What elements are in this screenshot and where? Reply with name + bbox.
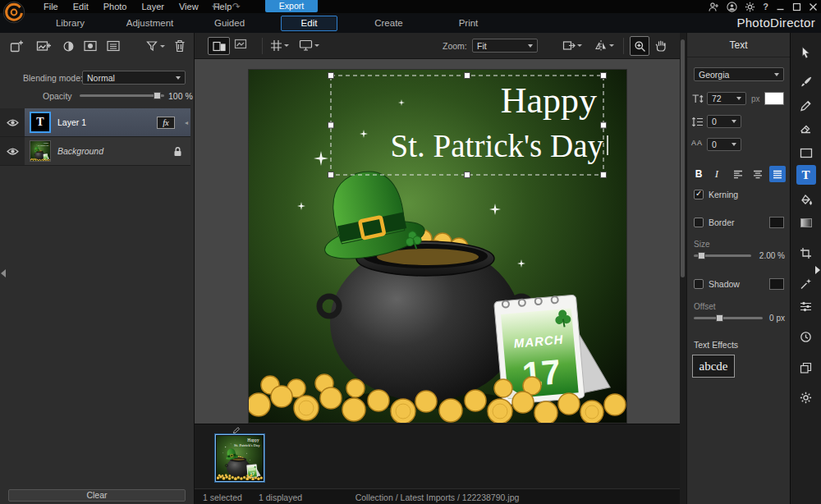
layer-menu-button[interactable] <box>107 40 120 52</box>
layer-row-background[interactable]: Background <box>0 137 190 166</box>
layer-thumbnail[interactable] <box>30 140 51 162</box>
adjustment-tool[interactable] <box>796 296 816 316</box>
eraser-tool[interactable] <box>796 118 816 138</box>
layer-visibility-toggle[interactable] <box>0 108 25 137</box>
redo-icon[interactable]: ↷ <box>232 1 241 12</box>
layer-visibility-toggle[interactable] <box>0 137 25 166</box>
align-center-button[interactable] <box>750 166 766 182</box>
clear-button[interactable]: Clear <box>8 489 186 502</box>
caret-down-icon <box>528 44 533 48</box>
flip-rotate-button[interactable] <box>594 39 614 52</box>
maximize-icon[interactable] <box>792 2 801 11</box>
gradient-tool[interactable] <box>796 213 816 232</box>
border-color-swatch[interactable] <box>769 217 784 228</box>
undo-icon[interactable]: ↶ <box>212 1 220 12</box>
tab-create[interactable]: Create <box>349 13 429 33</box>
tab-library[interactable]: Library <box>30 13 110 33</box>
app-logo[interactable] <box>2 1 25 24</box>
filmstrip-edit-icon[interactable] <box>232 426 241 434</box>
lock-icon[interactable] <box>173 146 182 157</box>
layer-thumbnail[interactable]: T <box>30 112 51 133</box>
layer-name[interactable]: Layer 1 <box>57 117 86 127</box>
shape-tool[interactable] <box>796 143 816 163</box>
text-color-swatch[interactable] <box>764 92 784 105</box>
browser-view-button[interactable] <box>208 37 230 55</box>
zoom-tool-button[interactable] <box>630 36 649 56</box>
font-family-select[interactable]: Georgia <box>694 67 784 81</box>
canvas-area[interactable] <box>195 59 680 424</box>
shadow-color-swatch[interactable] <box>769 278 784 290</box>
display-mode-button[interactable] <box>299 39 319 51</box>
pencil-tool[interactable] <box>796 95 816 115</box>
fx-badge[interactable]: fx <box>157 117 175 129</box>
menu-layer[interactable]: Layer <box>134 0 172 13</box>
right-panel-scrollbar[interactable] <box>680 33 686 504</box>
italic-button[interactable]: I <box>709 166 725 182</box>
border-size-slider-thumb[interactable] <box>698 252 705 259</box>
filter-layers-button[interactable] <box>146 40 165 52</box>
text-tool[interactable]: T <box>796 165 816 185</box>
import-image-layer-button[interactable] <box>36 40 51 53</box>
tab-print[interactable]: Print <box>429 13 508 33</box>
layer-row-text[interactable]: T Layer 1 fx ◂ <box>0 108 190 137</box>
blending-mode-select[interactable]: Normal <box>82 71 186 85</box>
border-size-slider[interactable] <box>694 250 751 261</box>
delete-layer-button[interactable] <box>174 39 186 53</box>
fill-bucket-tool[interactable] <box>796 190 816 209</box>
line-spacing-select[interactable]: 0 <box>707 115 741 128</box>
add-account-icon[interactable] <box>709 2 719 12</box>
effects-wand-tool[interactable] <box>796 273 816 293</box>
opacity-slider[interactable] <box>80 89 164 101</box>
layer-name[interactable]: Background <box>57 146 103 156</box>
char-spacing-select[interactable]: 0 <box>707 138 741 151</box>
pan-hand-button[interactable] <box>654 39 667 52</box>
tab-adjustment[interactable]: Adjustment <box>110 13 190 33</box>
menu-view[interactable]: View <box>172 0 206 13</box>
align-left-button[interactable] <box>730 166 746 182</box>
adjustment-layer-button[interactable] <box>62 40 75 53</box>
align-right-button[interactable] <box>769 166 786 182</box>
duplicate-tool[interactable] <box>796 358 816 378</box>
close-icon[interactable] <box>809 2 818 11</box>
scrollbar-thumb[interactable] <box>681 39 685 277</box>
crop-tool[interactable] <box>796 243 816 263</box>
menu-edit[interactable]: Edit <box>66 0 96 13</box>
status-bar: 1 selected 1 displayed Collection / Late… <box>195 488 680 504</box>
new-layer-button[interactable] <box>10 39 24 53</box>
kerning-checkbox[interactable] <box>694 190 704 199</box>
select-tool[interactable] <box>796 43 816 62</box>
brush-tool[interactable] <box>796 72 816 92</box>
expand-right-panel-handle[interactable] <box>815 266 820 274</box>
menu-file[interactable]: File <box>36 0 66 13</box>
export-view-button[interactable] <box>562 39 582 52</box>
window-controls: ? <box>709 0 818 13</box>
artboard-image[interactable] <box>249 70 626 423</box>
export-button[interactable]: Export <box>265 0 318 12</box>
filmstrip-thumbnail[interactable] <box>215 434 264 482</box>
tab-guided[interactable]: Guided <box>190 13 269 33</box>
offset-slider-thumb[interactable] <box>716 314 723 322</box>
history-tool[interactable] <box>796 327 816 346</box>
tab-edit[interactable]: Edit <box>269 13 349 33</box>
border-checkbox[interactable] <box>694 218 704 227</box>
zoom-select[interactable]: Fit <box>472 39 538 53</box>
bold-button[interactable]: B <box>690 166 707 182</box>
help-icon[interactable]: ? <box>763 2 768 11</box>
layer-expand-icon[interactable]: ◂ <box>185 119 188 126</box>
offset-slider[interactable] <box>694 312 763 323</box>
tool-settings-gear[interactable] <box>796 387 816 407</box>
grid-overlay-button[interactable] <box>270 39 289 52</box>
opacity-label: Opacity <box>43 91 72 101</box>
text-effect-preview[interactable]: abcde <box>692 355 735 378</box>
collapse-left-panel-handle[interactable] <box>1 269 6 277</box>
opacity-slider-thumb[interactable] <box>154 92 161 99</box>
menu-photo[interactable]: Photo <box>96 0 135 13</box>
font-size-select[interactable]: 72 <box>707 92 746 105</box>
account-icon[interactable] <box>727 2 737 12</box>
offset-value: 0 px <box>769 314 785 323</box>
minimize-icon[interactable] <box>776 2 785 11</box>
mask-button[interactable] <box>84 40 97 52</box>
shadow-checkbox[interactable] <box>694 279 704 289</box>
settings-gear-icon[interactable] <box>745 2 755 12</box>
viewer-view-button[interactable] <box>234 39 247 49</box>
